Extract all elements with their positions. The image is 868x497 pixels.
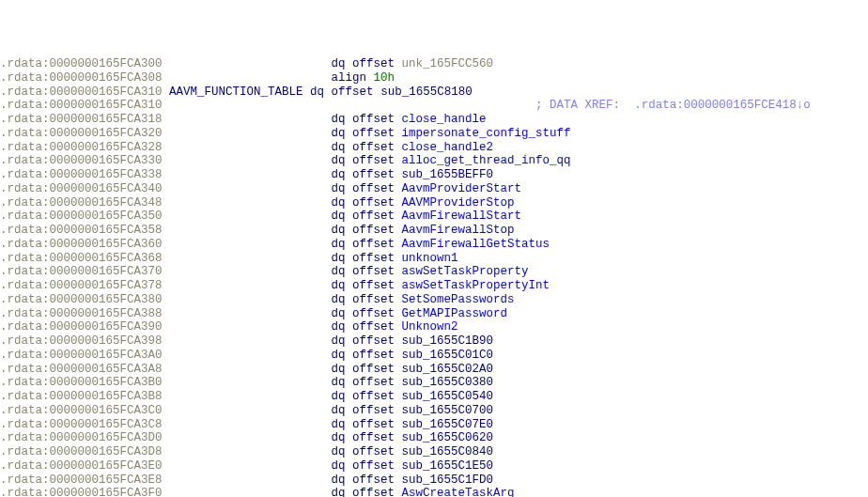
asm-line[interactable]: .rdata:0000000165FCA3E0 dq offset sub_16… <box>0 459 868 474</box>
segment-address: .rdata:0000000165FCA378 <box>0 279 163 292</box>
xref-comment[interactable]: ; DATA XREF: .rdata:0000000165FCE418↓o <box>535 99 811 112</box>
symbol-ref[interactable]: close_handle2 <box>402 141 494 154</box>
segment-address: .rdata:0000000165FCA3A8 <box>0 363 163 376</box>
symbol-ref[interactable]: AavmFirewallGetStatus <box>402 238 550 251</box>
symbol-ref[interactable]: alloc_get_thread_info_qq <box>402 154 571 167</box>
symbol-ref[interactable]: sub_1655C0700 <box>402 404 494 417</box>
asm-line[interactable]: .rdata:0000000165FCA3C0 dq offset sub_16… <box>0 404 868 418</box>
symbol-ref[interactable]: sub_1655C07E0 <box>402 418 494 431</box>
asm-line[interactable]: .rdata:0000000165FCA390 dq offset Unknow… <box>0 320 868 334</box>
symbol-ref[interactable]: unknown1 <box>402 252 458 265</box>
directive-dq-offset: dq offset <box>332 168 395 181</box>
segment-address: .rdata:0000000165FCA3E8 <box>0 474 163 487</box>
symbol-ref[interactable]: sub_1655C8180 <box>380 85 473 99</box>
asm-line[interactable]: .rdata:0000000165FCA318 dq offset close_… <box>0 113 868 127</box>
directive-dq-offset: dq offset <box>332 154 395 167</box>
directive-dq-offset: dq offset <box>332 182 395 195</box>
directive-dq-offset: dq offset <box>332 57 395 70</box>
segment-address: .rdata:0000000165FCA3C0 <box>0 404 163 417</box>
segment-address: .rdata:0000000165FCA320 <box>0 127 163 140</box>
asm-line[interactable]: .rdata:0000000165FCA388 dq offset GetMAP… <box>0 307 868 321</box>
directive-dq-offset: dq offset <box>332 445 395 458</box>
directive-dq-offset: dq offset <box>332 307 395 320</box>
asm-line[interactable]: .rdata:0000000165FCA330 dq offset alloc_… <box>0 154 868 168</box>
segment-address: .rdata:0000000165FCA398 <box>0 334 163 348</box>
segment-address: .rdata:0000000165FCA3A0 <box>0 349 163 362</box>
segment-address: .rdata:0000000165FCA300 <box>0 57 163 70</box>
symbol-ref[interactable]: sub_1655C0840 <box>402 445 494 458</box>
asm-line[interactable]: .rdata:0000000165FCA3E8 dq offset sub_16… <box>0 474 868 488</box>
asm-line[interactable]: .rdata:0000000165FCA338 dq offset sub_16… <box>0 168 868 182</box>
asm-line[interactable]: .rdata:0000000165FCA3B8 dq offset sub_16… <box>0 390 868 404</box>
segment-address: .rdata:0000000165FCA348 <box>0 196 163 210</box>
align-value: 10h <box>374 71 395 85</box>
directive-dq-offset: dq offset <box>332 196 395 210</box>
asm-line[interactable]: .rdata:0000000165FCA3B0 dq offset sub_16… <box>0 376 868 390</box>
segment-address: .rdata:0000000165FCA388 <box>0 307 163 320</box>
asm-line[interactable]: .rdata:0000000165FCA3A0 dq offset sub_16… <box>0 349 868 363</box>
symbol-ref[interactable]: AavmProviderStart <box>402 182 522 195</box>
asm-line[interactable]: .rdata:0000000165FCA3F0 dq offset AswCre… <box>0 487 868 497</box>
directive-dq-offset: dq offset <box>332 113 395 126</box>
segment-address: .rdata:0000000165FCA3F0 <box>0 487 163 497</box>
symbol-ref[interactable]: sub_1655BEFF0 <box>402 168 494 181</box>
asm-line[interactable]: .rdata:0000000165FCA340 dq offset AavmPr… <box>0 182 868 196</box>
segment-address: .rdata:0000000165FCA358 <box>0 224 163 237</box>
asm-line[interactable]: .rdata:0000000165FCA398 dq offset sub_16… <box>0 334 868 349</box>
asm-line[interactable]: .rdata:0000000165FCA308 align 10h <box>0 71 868 85</box>
segment-address: .rdata:0000000165FCA3D0 <box>0 431 163 444</box>
asm-line[interactable]: .rdata:0000000165FCA380 dq offset SetSom… <box>0 293 868 307</box>
asm-line[interactable]: .rdata:0000000165FCA358 dq offset AavmFi… <box>0 224 868 238</box>
symbol-ref[interactable]: impersonate_config_stuff <box>402 127 571 140</box>
asm-line[interactable]: .rdata:0000000165FCA3C8 dq offset sub_16… <box>0 418 868 432</box>
symbol-ref[interactable]: sub_1655C0380 <box>402 376 494 389</box>
symbol-ref[interactable]: sub_1655C1FD0 <box>402 474 494 487</box>
directive-dq-offset: dq offset <box>332 431 395 444</box>
symbol-ref[interactable]: close_handle <box>402 113 487 126</box>
symbol-ref[interactable]: AavmFirewallStop <box>402 224 515 237</box>
segment-address: .rdata:0000000165FCA3B8 <box>0 390 163 403</box>
segment-address: .rdata:0000000165FCA308 <box>0 71 163 85</box>
asm-line[interactable]: .rdata:0000000165FCA368 dq offset unknow… <box>0 252 868 266</box>
segment-address: .rdata:0000000165FCA370 <box>0 265 163 278</box>
asm-line[interactable]: .rdata:0000000165FCA300 dq offset unk_16… <box>0 57 868 71</box>
segment-address: .rdata:0000000165FCA328 <box>0 141 163 154</box>
symbol-ref[interactable]: sub_1655C02A0 <box>402 363 494 376</box>
asm-line[interactable]: .rdata:0000000165FCA3D8 dq offset sub_16… <box>0 445 868 459</box>
asm-line[interactable]: .rdata:0000000165FCA348 dq offset AAVMPr… <box>0 196 868 210</box>
segment-address: .rdata:0000000165FCA390 <box>0 320 163 334</box>
asm-line[interactable]: .rdata:0000000165FCA320 dq offset impers… <box>0 127 868 141</box>
asm-line[interactable]: .rdata:0000000165FCA378 dq offset aswSet… <box>0 279 868 293</box>
asm-line[interactable]: .rdata:0000000165FCA3D0 dq offset sub_16… <box>0 431 868 445</box>
asm-line[interactable]: .rdata:0000000165FCA328 dq offset close_… <box>0 141 868 155</box>
segment-address: .rdata:0000000165FCA3C8 <box>0 418 163 431</box>
symbol-ref[interactable]: sub_1655C1B90 <box>402 334 494 348</box>
symbol-ref[interactable]: sub_1655C1E50 <box>402 459 494 473</box>
symbol-ref[interactable]: SetSomePasswords <box>402 293 515 306</box>
segment-address: .rdata:0000000165FCA330 <box>0 154 163 167</box>
symbol-ref[interactable]: Unknown2 <box>402 320 458 334</box>
asm-line[interactable]: .rdata:0000000165FCA310 AAVM_FUNCTION_TA… <box>0 85 868 100</box>
asm-line[interactable]: .rdata:0000000165FCA370 dq offset aswSet… <box>0 265 868 279</box>
symbol-ref[interactable]: sub_1655C0540 <box>402 390 494 403</box>
symbol-definition[interactable]: AAVM_FUNCTION_TABLE <box>169 85 303 99</box>
asm-line[interactable]: .rdata:0000000165FCA350 dq offset AavmFi… <box>0 210 868 224</box>
symbol-ref[interactable]: unk_165FCC560 <box>402 57 494 70</box>
segment-address: .rdata:0000000165FCA3D8 <box>0 445 163 458</box>
symbol-ref[interactable]: AAVMProviderStop <box>402 196 515 210</box>
directive-dq-offset: dq offset <box>332 459 395 473</box>
asm-line-xref[interactable]: .rdata:0000000165FCA310 ; DATA XREF: .rd… <box>0 99 868 113</box>
symbol-ref[interactable]: AavmFirewallStart <box>402 210 522 223</box>
symbol-ref[interactable]: sub_1655C0620 <box>402 431 494 444</box>
symbol-ref[interactable]: aswSetTaskProperty <box>402 265 529 278</box>
segment-address: .rdata:0000000165FCA340 <box>0 182 163 195</box>
directive-dq-offset: dq offset <box>332 224 395 237</box>
symbol-ref[interactable]: AswCreateTaskArg <box>402 487 515 497</box>
directive-dq-offset: dq offset <box>332 376 395 389</box>
asm-line[interactable]: .rdata:0000000165FCA360 dq offset AavmFi… <box>0 238 868 252</box>
symbol-ref[interactable]: GetMAPIPassword <box>402 307 508 320</box>
symbol-ref[interactable]: aswSetTaskPropertyInt <box>402 279 550 292</box>
symbol-ref[interactable]: sub_1655C01C0 <box>402 349 494 362</box>
directive-dq-offset: dq offset <box>332 418 395 431</box>
asm-line[interactable]: .rdata:0000000165FCA3A8 dq offset sub_16… <box>0 363 868 377</box>
